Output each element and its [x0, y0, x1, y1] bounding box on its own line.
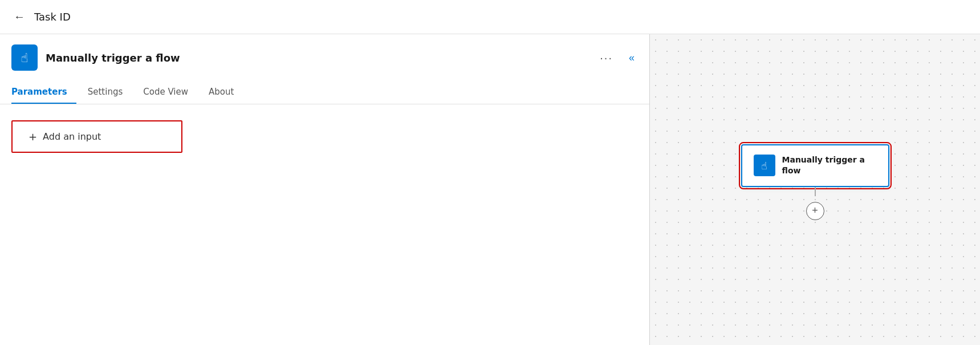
- trigger-header-right: ··· «: [596, 49, 638, 67]
- add-input-label: Add an input: [43, 131, 101, 142]
- add-node-button[interactable]: +: [806, 202, 824, 220]
- collapse-icon: «: [629, 52, 635, 64]
- trigger-header-left: ☝ Manually trigger a flow: [11, 44, 180, 71]
- canvas-panel: ☝ Manually trigger a flow +: [650, 34, 980, 345]
- trigger-hand-icon: ☝: [21, 51, 28, 65]
- add-input-button[interactable]: + Add an input: [11, 120, 182, 153]
- trigger-icon: ☝: [11, 44, 38, 71]
- flow-card[interactable]: ☝ Manually trigger a flow: [741, 144, 889, 187]
- main-layout: ☝ Manually trigger a flow ··· « Paramete…: [0, 34, 980, 345]
- connector-line: [815, 187, 816, 196]
- tab-code-view[interactable]: Code View: [143, 81, 197, 104]
- tabs-bar: Parameters Settings Code View About: [0, 81, 649, 104]
- tab-parameters[interactable]: Parameters: [11, 81, 76, 104]
- left-panel: ☝ Manually trigger a flow ··· « Paramete…: [0, 34, 650, 345]
- collapse-button[interactable]: «: [625, 50, 638, 66]
- trigger-title: Manually trigger a flow: [46, 52, 180, 64]
- flow-card-hand-icon: ☝: [761, 160, 767, 172]
- back-button[interactable]: ←: [11, 8, 27, 26]
- flow-card-text: Manually trigger a flow: [782, 155, 865, 177]
- plus-icon: +: [29, 131, 37, 143]
- tab-settings[interactable]: Settings: [88, 81, 132, 104]
- add-input-section: + Add an input: [0, 104, 649, 169]
- tab-about[interactable]: About: [209, 81, 243, 104]
- trigger-header: ☝ Manually trigger a flow ··· «: [0, 34, 649, 76]
- flow-card-icon: ☝: [754, 155, 775, 176]
- more-options-button[interactable]: ···: [596, 49, 616, 67]
- add-node-icon: +: [812, 205, 818, 217]
- ellipsis-icon: ···: [600, 51, 613, 64]
- back-icon: ←: [14, 10, 25, 23]
- top-header: ← Task ID: [0, 0, 980, 34]
- page-title: Task ID: [34, 11, 71, 23]
- flow-card-container: ☝ Manually trigger a flow +: [741, 144, 889, 220]
